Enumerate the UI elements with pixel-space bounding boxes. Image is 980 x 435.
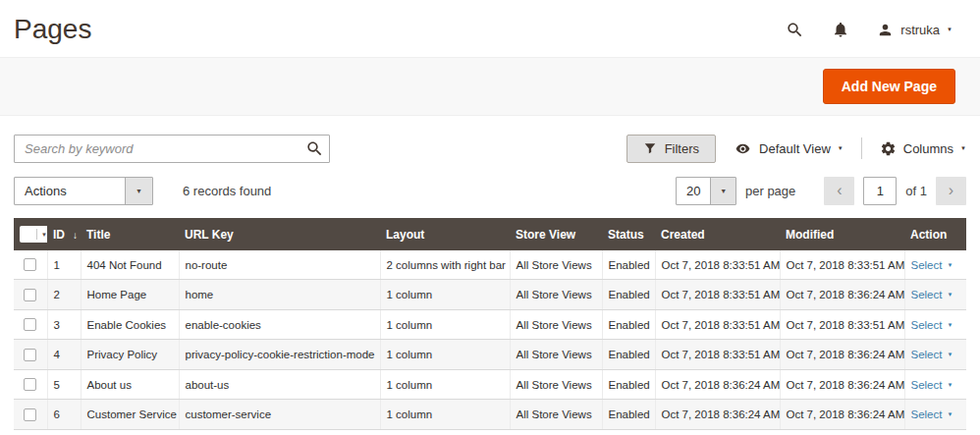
cell-modified: Oct 7, 2018 8:36:24 AM [780,340,904,369]
cell-layout: 1 column [380,309,510,339]
records-found-label: 6 records found [183,184,271,198]
cell-layout: 1 column [380,340,510,369]
column-header-layout[interactable]: Layout [380,218,510,250]
chevron-down-icon: ▼ [125,178,152,204]
table-row[interactable]: 6 Customer Service customer-service 1 co… [14,400,966,429]
table-row[interactable]: 3 Enable Cookies enable-cookies 1 column… [14,309,966,339]
cell-status: Enabled [602,340,655,369]
row-checkbox[interactable] [24,378,36,391]
column-header-store-view[interactable]: Store View [510,218,602,250]
cell-created: Oct 7, 2018 8:33:51 AM [655,309,780,339]
cell-modified: Oct 7, 2018 8:33:51 AM [780,309,904,339]
cell-store-view: All Store Views [510,250,602,280]
cell-created: Oct 7, 2018 8:33:51 AM [655,340,780,369]
select-action-link[interactable]: Select▼ [911,289,953,300]
row-checkbox[interactable] [24,258,36,271]
column-header-modified[interactable]: Modified [780,218,904,250]
select-action-link[interactable]: Select▼ [911,408,953,420]
columns-button[interactable]: Columns ▼ [880,140,966,157]
filter-funnel-icon [643,141,657,155]
cell-store-view: All Store Views [510,309,602,339]
row-checkbox[interactable] [24,318,36,331]
chevron-down-icon: ▼ [947,292,953,298]
table-row[interactable]: 5 About us about-us 1 column All Store V… [14,369,966,399]
chevron-down-icon: ▼ [947,262,953,268]
chevron-down-icon: ▼ [947,27,953,32]
cell-created: Oct 7, 2018 8:36:24 AM [655,400,780,429]
cell-modified: Oct 7, 2018 8:33:51 AM [780,250,904,280]
cell-title: Privacy Policy [81,340,179,369]
cell-id: 5 [47,369,81,399]
cell-url-key: customer-service [179,400,380,429]
per-page-value: 20 [677,178,710,204]
chevron-down-icon: ▼ [947,411,953,417]
per-page-dropdown[interactable]: 20 ▼ [676,177,736,205]
page-header: Pages rstruka ▼ [0,0,980,57]
cell-layout: 1 column [380,369,510,399]
cell-status: Enabled [602,369,655,399]
cell-layout: 1 column [380,400,510,429]
column-header-id[interactable]: ID↓ [47,218,81,250]
search-icon[interactable] [786,21,804,39]
row-checkbox[interactable] [24,408,36,421]
select-action-link[interactable]: Select▼ [911,319,953,331]
cell-store-view: All Store Views [510,340,602,369]
pages-grid-table: ▼ ID↓ Title URL Key Layout Store View St… [14,218,966,430]
keyword-search [14,135,330,163]
actions-dropdown[interactable]: Actions ▼ [14,177,153,205]
search-input[interactable] [14,135,330,163]
filters-button[interactable]: Filters [626,135,716,163]
select-action-link[interactable]: Select▼ [911,349,953,360]
user-menu[interactable]: rstruka ▼ [877,22,953,38]
cell-status: Enabled [602,250,655,280]
table-row[interactable]: 2 Home Page home 1 column All Store View… [14,280,966,309]
grid-header-row: ▼ ID↓ Title URL Key Layout Store View St… [14,218,966,250]
row-checkbox[interactable] [24,289,36,301]
cell-title: Enable Cookies [81,309,179,339]
column-header-title[interactable]: Title [81,218,179,250]
cell-title: Home Page [81,280,179,309]
current-page-input[interactable] [863,177,897,205]
default-view-button[interactable]: Default View ▼ [734,141,844,156]
search-submit-button[interactable] [303,137,326,163]
select-action-link[interactable]: Select▼ [911,379,953,391]
sort-descending-icon: ↓ [73,230,78,241]
page-actions-band: Add New Page [0,57,980,116]
search-icon [305,139,324,158]
add-new-page-button[interactable]: Add New Page [823,69,955,104]
chevron-down-icon: ▼ [960,145,966,151]
bulk-left: Actions ▼ 6 records found [14,177,271,205]
default-view-label: Default View [759,141,831,156]
previous-page-button[interactable]: ‹ [824,177,854,205]
select-all-checkbox[interactable]: ▼ [20,226,47,243]
chevron-down-icon: ▼ [947,352,953,357]
notifications-bell-icon[interactable] [832,21,849,38]
chevron-down-icon: ▼ [838,145,844,151]
table-row[interactable]: 4 Privacy Policy privacy-policy-cookie-r… [14,340,966,369]
column-header-created[interactable]: Created [655,218,780,250]
cell-url-key: no-route [179,250,380,280]
total-pages-label: of 1 [905,184,927,198]
chevron-down-icon: ▼ [947,382,953,388]
row-checkbox[interactable] [24,349,36,361]
chevron-down-icon: ▼ [36,229,47,240]
cell-url-key: privacy-policy-cookie-restriction-mode [179,340,380,369]
next-page-button[interactable]: › [936,177,966,205]
cell-modified: Oct 7, 2018 8:36:24 AM [780,280,904,309]
cell-url-key: home [179,280,380,309]
select-action-link[interactable]: Select▼ [911,259,953,271]
cell-created: Oct 7, 2018 8:33:51 AM [655,280,780,309]
username-label: rstruka [900,23,940,37]
cell-url-key: enable-cookies [179,309,380,339]
table-row[interactable]: 1 404 Not Found no-route 2 columns with … [14,250,966,280]
cell-modified: Oct 7, 2018 8:36:24 AM [780,400,904,429]
cell-layout: 2 columns with right bar [380,250,510,280]
cell-store-view: All Store Views [510,400,602,429]
cell-store-view: All Store Views [510,280,602,309]
cell-id: 6 [47,400,81,429]
cell-status: Enabled [602,280,655,309]
cell-created: Oct 7, 2018 8:36:24 AM [655,369,780,399]
column-header-url-key[interactable]: URL Key [179,218,380,250]
cell-id: 4 [47,340,81,369]
column-header-status[interactable]: Status [602,218,655,250]
